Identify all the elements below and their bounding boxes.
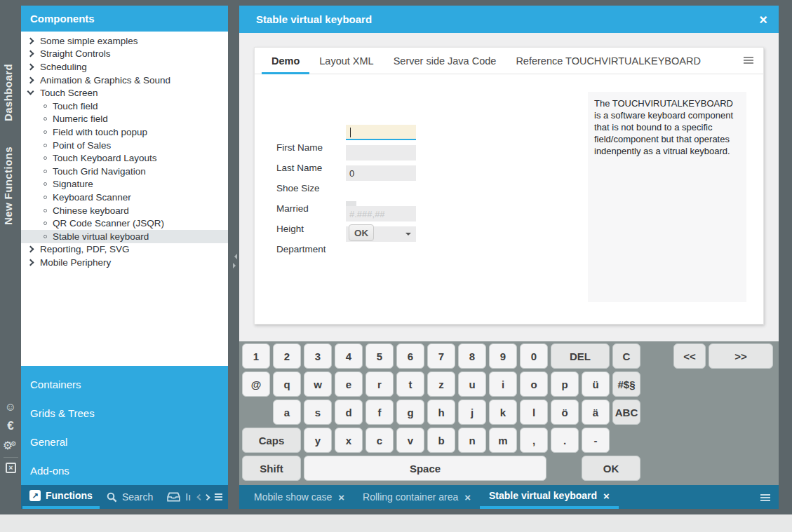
keyboard-key[interactable]: t <box>396 371 424 397</box>
tree-item[interactable]: Touch Grid Navigation <box>21 165 228 178</box>
card-tab[interactable]: Server side Java Code <box>384 48 506 74</box>
keyboard-key[interactable]: u <box>458 371 486 397</box>
tree-item[interactable]: Signature <box>21 178 228 191</box>
rail-label-new-functions[interactable]: New Functions <box>2 140 19 231</box>
keyboard-key[interactable]: z <box>427 371 455 397</box>
keyboard-key[interactable]: i <box>489 371 517 397</box>
keyboard-key[interactable]: m <box>489 428 517 453</box>
keyboard-key[interactable]: DEL <box>551 343 610 369</box>
tree-item[interactable]: Touch field <box>21 100 228 113</box>
euro-icon[interactable]: € <box>0 419 21 433</box>
keyboard-nav-key[interactable]: << <box>673 343 706 369</box>
keyboard-key[interactable]: p <box>551 371 579 397</box>
tab-close-icon[interactable]: × <box>338 491 344 503</box>
keyboard-key[interactable]: . <box>551 428 579 453</box>
keyboard-key[interactable]: - <box>582 428 610 453</box>
keyboard-key[interactable]: f <box>365 400 394 425</box>
keyboard-key[interactable]: s <box>304 400 332 425</box>
keyboard-key[interactable]: OK <box>582 456 640 481</box>
accordion-section[interactable]: General <box>21 428 228 456</box>
keyboard-key[interactable]: ö <box>551 400 579 425</box>
keyboard-key[interactable]: w <box>304 371 332 397</box>
accordion-section[interactable]: Add-ons <box>21 456 228 485</box>
tree-item[interactable]: Straight Controls <box>21 48 228 61</box>
keyboard-key[interactable]: g <box>396 400 424 425</box>
keyboard-key[interactable]: @ <box>242 371 270 397</box>
keyboard-key[interactable]: 4 <box>335 343 363 369</box>
keyboard-nav-key[interactable]: >> <box>709 343 773 369</box>
keyboard-key[interactable]: Caps <box>242 428 301 453</box>
tree-item[interactable]: QR Code Scanner (JSQR) <box>21 217 228 230</box>
tree-item[interactable]: Touch Keyboard Layouts <box>21 151 228 165</box>
keyboard-key[interactable]: y <box>304 428 332 453</box>
keyboard-key[interactable]: ABC <box>612 400 640 425</box>
tree-item[interactable]: Chinese keyboard <box>21 204 228 217</box>
smiley-icon[interactable]: ☺ <box>0 401 21 414</box>
keyboard-key[interactable]: b <box>427 428 455 453</box>
keyboard-key[interactable]: 1 <box>242 343 270 369</box>
tree-item[interactable]: Stable virtual keyboard <box>21 230 228 243</box>
keyboard-key[interactable]: Space <box>304 456 546 481</box>
keyboard-key[interactable] <box>549 456 579 481</box>
keyboard-key[interactable]: r <box>365 371 394 397</box>
tree-item[interactable]: Field with touch popup <box>21 125 228 139</box>
card-tab[interactable]: Demo <box>262 48 309 74</box>
keyboard-key[interactable]: #$§ <box>612 371 640 397</box>
tab-close-icon[interactable]: × <box>464 491 471 503</box>
tree-item[interactable]: Point of Sales <box>21 139 228 152</box>
tab-inbox-truncated[interactable]: Iı <box>160 485 198 509</box>
keyboard-key[interactable]: 6 <box>396 343 424 369</box>
keyboard-key[interactable]: d <box>335 400 363 425</box>
first-name-input[interactable] <box>346 125 416 140</box>
window-close-icon[interactable]: × <box>759 13 767 27</box>
keyboard-key[interactable]: h <box>427 400 455 425</box>
keyboard-key[interactable]: q <box>273 371 301 397</box>
tree-item[interactable]: Scheduling <box>21 60 228 74</box>
last-name-input[interactable] <box>346 145 416 161</box>
tree-item[interactable]: Animation & Graphics & Sound <box>21 74 228 87</box>
keyboard-key[interactable]: 7 <box>427 343 455 369</box>
scroll-right-icon[interactable] <box>203 493 210 500</box>
tab-close-icon[interactable]: × <box>603 490 610 502</box>
accordion-section[interactable]: Grids & Trees <box>21 399 228 428</box>
keyboard-key[interactable]: 5 <box>365 343 394 369</box>
keyboard-key[interactable]: n <box>458 428 486 453</box>
bottom-menu-icon[interactable] <box>760 494 770 501</box>
keyboard-key[interactable]: 8 <box>458 343 486 369</box>
tree-item[interactable]: Mobile Periphery <box>21 256 228 269</box>
card-tab[interactable]: Reference TOUCHVIRTUALKEYBOARD <box>506 48 711 74</box>
tab-functions[interactable]: ↗ Functions <box>22 485 100 509</box>
bottom-tab[interactable]: Stable virtual keyboard × <box>480 485 619 509</box>
bottom-tab[interactable]: Rolling container area × <box>354 485 480 509</box>
keyboard-key[interactable]: ü <box>582 371 610 397</box>
tree-item[interactable]: Numeric field <box>21 113 228 126</box>
menu-icon[interactable] <box>215 493 222 500</box>
keyboard-key[interactable]: x <box>335 428 363 453</box>
gears-icon[interactable]: ⚙⚙ <box>0 439 21 452</box>
keyboard-key[interactable]: ä <box>582 400 610 425</box>
tab-search[interactable]: Search <box>100 485 160 509</box>
keyboard-key[interactable]: v <box>396 428 424 453</box>
tree-item[interactable]: Keyboard Scanner <box>21 191 228 204</box>
keyboard-key[interactable]: o <box>520 371 548 397</box>
form-ok-button[interactable]: OK <box>349 224 374 241</box>
close-box-icon[interactable]: × <box>6 463 16 473</box>
keyboard-key[interactable]: 2 <box>273 343 301 369</box>
card-tab[interactable]: Layout XML <box>309 48 383 74</box>
keyboard-key[interactable]: 9 <box>489 343 517 369</box>
keyboard-key[interactable]: , <box>520 428 548 453</box>
keyboard-key[interactable]: l <box>520 400 548 425</box>
height-input[interactable] <box>346 206 416 221</box>
keyboard-key[interactable]: c <box>365 428 394 453</box>
keyboard-key[interactable]: a <box>273 400 301 425</box>
keyboard-key[interactable]: k <box>489 400 517 425</box>
tree-item[interactable]: Touch Screen <box>21 86 228 100</box>
panel-collapse-handle[interactable] <box>231 252 238 272</box>
keyboard-key[interactable]: j <box>458 400 486 425</box>
card-menu-icon[interactable] <box>744 57 753 64</box>
accordion-section[interactable]: Containers <box>21 370 228 399</box>
tree-item[interactable]: Reporting, PDF, SVG <box>21 243 228 257</box>
keyboard-key[interactable]: C <box>612 343 640 369</box>
rail-label-dashboard[interactable]: Dashboard <box>2 50 19 135</box>
keyboard-key[interactable]: Shift <box>242 456 301 481</box>
